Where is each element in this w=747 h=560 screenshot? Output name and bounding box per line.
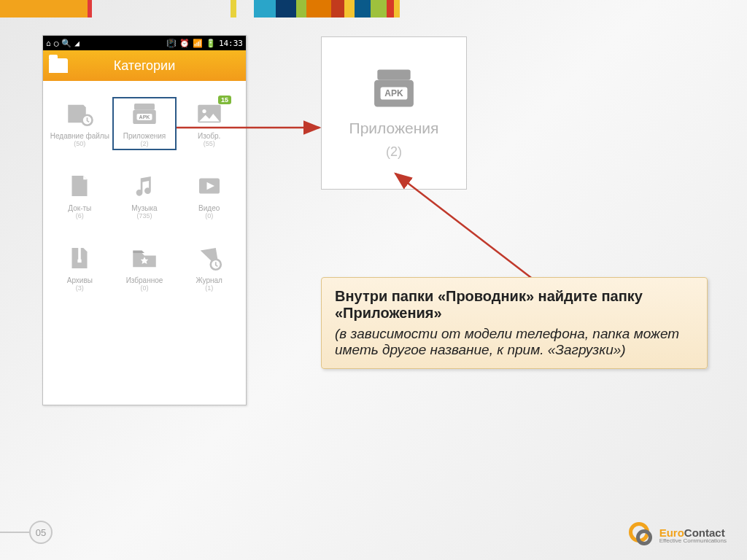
apk-icon-large: APK: [369, 67, 419, 112]
category-documents[interactable]: Док-ты (6): [47, 169, 112, 222]
status-bar: ⌂ ◯ 🔍 ◢ 📳 ⏰ 📶 🔋 14:33: [43, 36, 246, 50]
svg-rect-9: [78, 260, 82, 262]
badge-count: 15: [218, 96, 231, 104]
footer-logo: EuroContact Effective Communications: [629, 522, 727, 548]
category-label: Журнал: [177, 276, 241, 284]
alarm-icon: ⏰: [179, 39, 190, 48]
category-count: (0): [112, 284, 177, 292]
clock-value: 14:33: [219, 39, 243, 48]
video-icon: [194, 172, 225, 200]
category-music[interactable]: Музыка (735): [112, 169, 177, 222]
category-label: Приложения: [112, 132, 177, 140]
page-number-line: [0, 532, 29, 533]
recent-files-icon: [64, 100, 95, 128]
svg-rect-11: [377, 69, 410, 79]
favorites-folder-icon: [129, 244, 160, 272]
category-label: Архивы: [47, 276, 112, 284]
category-favorites[interactable]: Избранное (0): [112, 241, 177, 295]
callout-title: Внутри папки «Проводник» найдите папку «…: [335, 288, 694, 322]
zoom-count: (2): [386, 144, 402, 160]
logo-text: EuroContact: [659, 527, 727, 538]
callout-note: (в зависимости от модели телефона, папка…: [335, 326, 694, 358]
category-count: (55): [177, 140, 241, 147]
category-grid: Недавние файлы (50) APK Приложения (2) 1…: [43, 81, 246, 299]
category-label: Избранное: [112, 276, 177, 284]
music-icon: [129, 172, 160, 200]
folder-icon: [49, 58, 68, 73]
category-video[interactable]: Видео (0): [177, 169, 241, 222]
header-title: Категории: [114, 58, 175, 74]
svg-text:APK: APK: [384, 88, 403, 98]
phone-screenshot: ⌂ ◯ 🔍 ◢ 📳 ⏰ 📶 🔋 14:33 Категории Недавние…: [42, 35, 247, 405]
svg-rect-8: [79, 248, 82, 261]
category-count: (6): [47, 212, 112, 219]
zoom-label: Приложения: [349, 120, 439, 137]
home-icon: ⌂: [46, 39, 51, 48]
category-archives[interactable]: Архивы (3): [47, 241, 112, 295]
vibrate-icon: 📳: [166, 39, 177, 48]
archive-icon: [64, 244, 95, 272]
svg-rect-1: [134, 104, 155, 110]
network-icon: ◢: [74, 39, 80, 48]
category-count: (735): [112, 212, 177, 219]
zoom-panel: APK Приложения (2): [321, 36, 467, 190]
category-images[interactable]: 15 Изобр. (55): [177, 97, 241, 150]
category-count: (50): [47, 140, 112, 147]
history-icon: [194, 244, 225, 272]
category-count: (3): [47, 284, 112, 292]
category-recent-files[interactable]: Недавние файлы (50): [47, 97, 112, 150]
category-label: Музыка: [112, 204, 177, 212]
compass-icon: ◯: [54, 39, 59, 48]
document-icon: [64, 172, 95, 200]
category-history[interactable]: Журнал (1): [177, 241, 241, 295]
category-count: (2): [112, 140, 177, 147]
search-icon: 🔍: [61, 39, 71, 48]
logo-subtitle: Effective Communications: [659, 538, 727, 544]
svg-point-6: [202, 109, 206, 113]
app-header: Категории: [43, 50, 246, 81]
category-count: (1): [177, 284, 241, 292]
page-number: 05: [29, 521, 53, 544]
instruction-callout: Внутри папки «Проводник» найдите папку «…: [321, 277, 708, 369]
category-label: Недавние файлы: [47, 132, 112, 140]
category-label: Видео: [177, 204, 241, 212]
logo-mark: [629, 522, 655, 548]
apk-icon: APK: [129, 100, 160, 128]
signal-icon: 📶: [193, 39, 203, 48]
category-apps[interactable]: APK Приложения (2): [112, 97, 177, 150]
category-label: Док-ты: [47, 204, 112, 212]
category-count: (0): [177, 212, 241, 219]
svg-line-16: [395, 174, 540, 284]
svg-text:APK: APK: [139, 114, 150, 120]
decorative-color-band: [0, 0, 747, 18]
category-label: Изобр.: [177, 132, 241, 140]
battery-icon: 🔋: [206, 39, 216, 48]
